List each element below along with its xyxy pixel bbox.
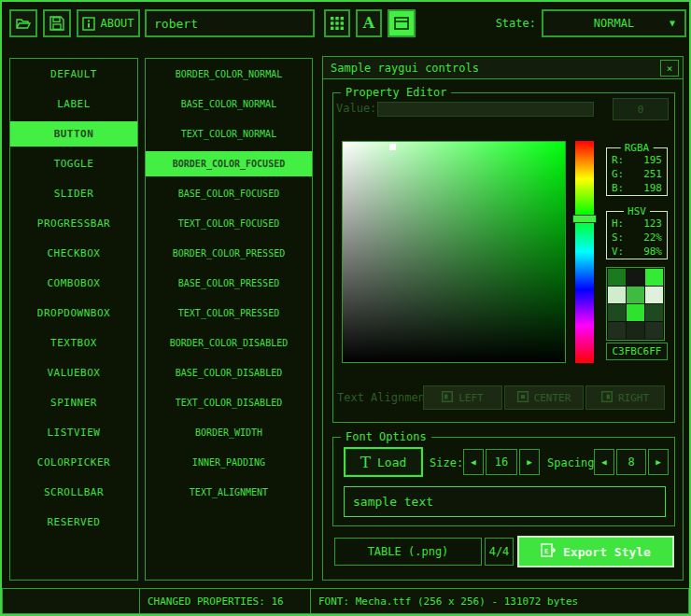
color-picker-cursor[interactable] (389, 144, 396, 150)
property-editor-group-label: Property Editor (341, 86, 451, 99)
arrow-left-icon: ◀ (601, 457, 606, 467)
align-center-button[interactable]: CENTER (504, 385, 584, 410)
value-box[interactable]: 0 (613, 98, 669, 120)
style-name-input[interactable] (145, 9, 315, 37)
save-style-button[interactable] (43, 9, 71, 37)
value-box-text: 0 (638, 104, 644, 116)
controls-list-item[interactable]: LISTVIEW (10, 420, 137, 445)
controls-list-item[interactable]: COLORPICKER (10, 450, 137, 475)
controls-list-item[interactable]: TOGGLE (10, 151, 137, 176)
close-button[interactable]: × (660, 60, 679, 77)
properties-list-item[interactable]: TEXT_COLOR_FOCUSED (146, 211, 312, 236)
style-color-swatch[interactable] (645, 287, 663, 303)
style-color-swatch[interactable] (608, 269, 626, 286)
hex-color-input[interactable]: C3FBC6FF (606, 343, 668, 360)
properties-list-item[interactable]: TEXT_COLOR_NORMAL (146, 121, 312, 147)
spacing-increment-button[interactable]: ▶ (648, 449, 669, 475)
properties-list-item[interactable]: BASE_COLOR_FOCUSED (146, 181, 312, 206)
status-changed-properties: CHANGED PROPERTIES: 16 (140, 588, 311, 614)
controls-list-item[interactable]: DROPDOWNBOX (10, 301, 137, 326)
window-view-button[interactable] (388, 9, 416, 37)
style-color-swatch[interactable] (627, 322, 644, 339)
about-button[interactable]: ABOUT (77, 9, 140, 37)
properties-list-item[interactable]: BASE_COLOR_PRESSED (146, 271, 312, 296)
properties-list-item[interactable]: BORDER_COLOR_NORMAL (146, 62, 312, 87)
export-format-selector[interactable]: TABLE (.png) (334, 538, 482, 566)
style-color-swatch[interactable] (645, 322, 663, 339)
controls-list-item[interactable]: TEXTBOX (10, 330, 137, 356)
info-icon (82, 17, 95, 31)
controls-list-item[interactable]: BUTTON (10, 121, 137, 147)
properties-list-item[interactable]: INNER_PADDING (146, 450, 312, 475)
export-style-button[interactable]: E Export Style (517, 536, 674, 567)
b-label: B: (612, 182, 624, 194)
size-decrement-button[interactable]: ◀ (463, 449, 484, 475)
controls-list-item[interactable]: SPINNER (10, 390, 137, 415)
g-label: G: (612, 168, 624, 180)
spacing-decrement-button[interactable]: ◀ (594, 449, 614, 475)
state-dropdown[interactable]: NORMAL ▼ (542, 9, 686, 37)
r-label: R: (612, 154, 624, 166)
align-center-icon (517, 391, 529, 405)
value-slider[interactable] (377, 102, 594, 117)
spacing-value-box[interactable]: 8 (616, 449, 646, 475)
sample-text-input[interactable]: sample text (344, 486, 666, 517)
style-color-grid (606, 267, 665, 341)
style-color-swatch[interactable] (608, 322, 626, 339)
size-increment-button[interactable]: ▶ (519, 449, 540, 475)
s-label: S: (612, 231, 624, 244)
size-value-box[interactable]: 16 (486, 449, 517, 475)
properties-list-item[interactable]: BORDER_COLOR_FOCUSED (146, 151, 312, 176)
style-color-swatch[interactable] (645, 304, 663, 321)
about-button-label: ABOUT (100, 17, 134, 30)
style-color-swatch[interactable] (627, 304, 644, 321)
font-view-button[interactable]: A (356, 9, 382, 37)
status-empty-cell (2, 588, 140, 614)
style-color-swatch[interactable] (608, 304, 626, 321)
controls-list-item[interactable]: DEFAULT (10, 62, 137, 87)
sample-text-value: sample text (353, 495, 433, 509)
panel-title-bar[interactable]: Sample raygui controls (323, 57, 683, 79)
align-right-button[interactable]: RIGHT (585, 385, 665, 410)
status-bar: CHANGED PROPERTIES: 16 FONT: Mecha.ttf (… (2, 588, 689, 614)
controls-list-item[interactable]: VALUEBOX (10, 360, 137, 385)
properties-list-item[interactable]: BORDER_WIDTH (146, 420, 312, 445)
align-left-button[interactable]: LEFT (423, 385, 502, 410)
properties-list-item[interactable]: TEXT_COLOR_PRESSED (146, 301, 312, 326)
hue-slider-cursor[interactable] (572, 215, 597, 223)
style-color-swatch[interactable] (608, 287, 626, 303)
h-value: 123 (643, 217, 662, 230)
grid-view-button[interactable] (324, 9, 350, 37)
properties-list-item[interactable]: TEXT_COLOR_DISABLED (146, 390, 312, 415)
controls-list-item[interactable]: LABEL (10, 91, 137, 117)
size-label: Size: (430, 456, 463, 469)
properties-list-item[interactable]: TEXT_ALIGNMENT (146, 480, 312, 505)
controls-list-item[interactable]: SLIDER (10, 181, 137, 206)
style-color-swatch[interactable] (627, 269, 644, 286)
v-value: 98% (643, 245, 662, 258)
properties-list-item[interactable]: BORDER_COLOR_DISABLED (146, 330, 312, 356)
window-panel-icon (394, 17, 409, 30)
format-page-value: 4/4 (489, 545, 510, 558)
controls-list-item[interactable]: RESERVED (10, 510, 137, 535)
properties-list-item[interactable]: BORDER_COLOR_PRESSED (146, 241, 312, 266)
controls-list: DEFAULTLABELBUTTONTOGGLESLIDERPROGRESSBA… (9, 58, 138, 581)
rgba-readout: RGBA R:195 G:251 B:198 (606, 147, 668, 196)
style-color-swatch[interactable] (627, 287, 644, 303)
style-color-swatch[interactable] (645, 269, 663, 286)
rgba-title: RGBA (621, 142, 654, 154)
hue-slider[interactable] (575, 141, 594, 363)
controls-list-item[interactable]: COMBOBOX (10, 271, 137, 296)
controls-list-item[interactable]: PROGRESSBAR (10, 211, 137, 236)
controls-list-item[interactable]: CHECKBOX (10, 241, 137, 266)
controls-list-item[interactable]: SCROLLBAR (10, 480, 137, 505)
status-font-info: FONT: Mecha.ttf (256 x 256) - 131072 byt… (311, 588, 689, 614)
open-style-button[interactable] (9, 9, 37, 37)
folder-open-icon (15, 16, 32, 31)
load-font-button[interactable]: T Load (344, 447, 423, 477)
color-picker-area[interactable] (342, 141, 566, 363)
align-right-icon (601, 391, 613, 405)
spacing-value: 8 (628, 455, 634, 469)
properties-list-item[interactable]: BASE_COLOR_DISABLED (146, 360, 312, 385)
properties-list-item[interactable]: BASE_COLOR_NORMAL (146, 91, 312, 117)
